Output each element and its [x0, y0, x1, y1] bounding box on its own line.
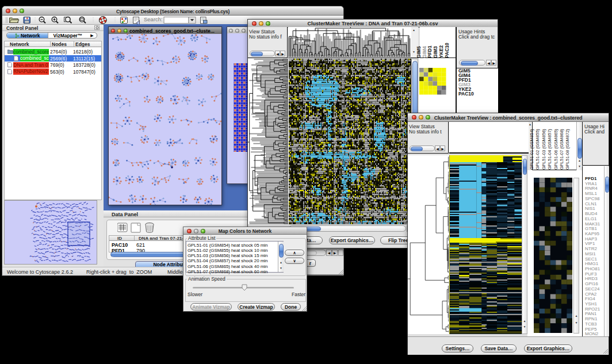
svg-text:Search:: Search:	[144, 16, 163, 22]
